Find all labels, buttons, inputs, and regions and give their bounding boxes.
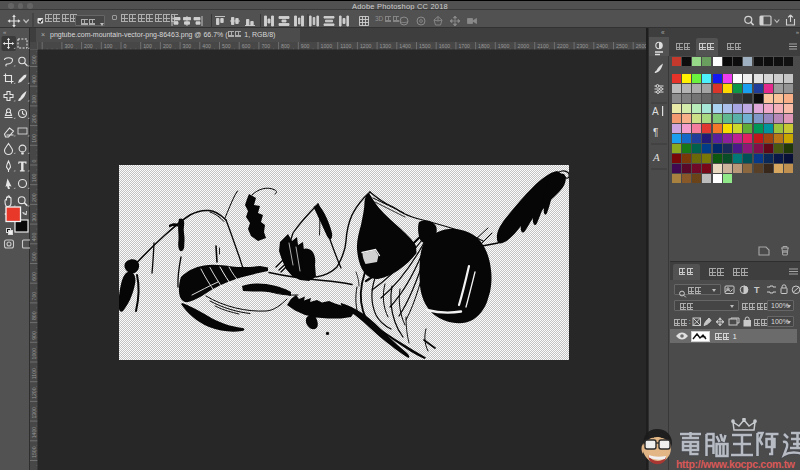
svg-text:500: 500	[31, 55, 37, 64]
svg-text:100: 100	[31, 134, 37, 143]
svg-text:1000: 1000	[31, 348, 37, 360]
svg-text:400: 400	[202, 43, 211, 49]
svg-text:400: 400	[31, 75, 37, 84]
svg-text:1400: 1400	[399, 43, 411, 49]
svg-text:2500: 2500	[616, 43, 628, 49]
svg-text:1100: 1100	[340, 43, 351, 49]
svg-text:300: 300	[64, 43, 73, 49]
svg-text:1000: 1000	[321, 43, 333, 49]
svg-text:1800: 1800	[478, 43, 490, 49]
svg-text:200: 200	[84, 43, 93, 49]
svg-text:http://www.kocpc.com.tw: http://www.kocpc.com.tw	[676, 458, 796, 470]
svg-text:800: 800	[31, 311, 37, 320]
svg-text:500: 500	[222, 43, 231, 49]
svg-text:600: 600	[242, 43, 251, 49]
svg-text:400: 400	[31, 233, 37, 242]
svg-text:1700: 1700	[458, 43, 470, 49]
svg-text:1300: 1300	[380, 43, 392, 49]
svg-text:700: 700	[31, 292, 37, 301]
svg-text:700: 700	[261, 43, 270, 49]
svg-text:1900: 1900	[498, 43, 510, 49]
svg-text:«: «	[3, 29, 7, 35]
svg-text:T: T	[754, 285, 760, 295]
svg-text:«: «	[661, 29, 665, 36]
svg-text:200: 200	[31, 193, 37, 202]
svg-text:800: 800	[281, 43, 290, 49]
svg-text:200: 200	[31, 114, 37, 123]
svg-text:2300: 2300	[577, 43, 589, 49]
svg-text:1200: 1200	[31, 387, 37, 399]
svg-text:0: 0	[124, 43, 127, 49]
svg-text:A: A	[652, 106, 659, 117]
svg-text:A: A	[652, 151, 660, 163]
svg-text:900: 900	[301, 43, 310, 49]
svg-text:300: 300	[183, 43, 192, 49]
svg-text:100: 100	[104, 43, 113, 49]
svg-text:1500: 1500	[419, 43, 431, 49]
svg-text:2100: 2100	[537, 43, 549, 49]
svg-text:2200: 2200	[557, 43, 569, 49]
svg-text:300: 300	[31, 213, 37, 222]
svg-text:1100: 1100	[31, 368, 37, 379]
svg-text:0: 0	[31, 160, 37, 163]
svg-text:1200: 1200	[360, 43, 372, 49]
svg-text:900: 900	[31, 331, 37, 340]
svg-text:500: 500	[31, 252, 37, 261]
svg-text:200: 200	[163, 43, 172, 49]
svg-text:1300: 1300	[31, 407, 37, 419]
svg-text:600: 600	[31, 272, 37, 281]
svg-text:1400: 1400	[31, 427, 37, 439]
svg-text:2600: 2600	[636, 43, 646, 49]
svg-text:300: 300	[31, 95, 37, 104]
svg-text:1600: 1600	[439, 43, 451, 49]
svg-text:100: 100	[31, 173, 37, 182]
svg-text:¶: ¶	[653, 127, 658, 138]
svg-text:1500: 1500	[31, 446, 37, 458]
svg-text:100: 100	[143, 43, 152, 49]
svg-text:2000: 2000	[518, 43, 530, 49]
svg-text:2400: 2400	[596, 43, 608, 49]
